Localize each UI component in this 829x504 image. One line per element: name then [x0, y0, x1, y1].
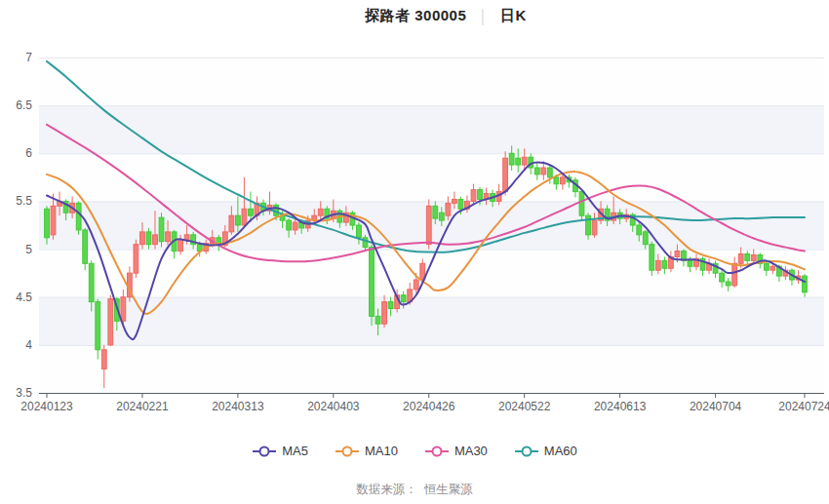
candle-body[interactable]	[471, 190, 476, 202]
ma-legend: MA5 MA10 MA30 MA60	[0, 444, 829, 458]
candle-body[interactable]	[140, 232, 145, 245]
candle-body[interactable]	[89, 263, 94, 301]
legend-label: MA5	[282, 444, 308, 458]
svg-text:20240704: 20240704	[690, 400, 742, 413]
candle-body[interactable]	[655, 260, 660, 270]
candle-body[interactable]	[153, 235, 158, 245]
candle-body[interactable]	[45, 209, 50, 237]
candle-body[interactable]	[287, 220, 292, 230]
x-axis: 2024012320240221202403132024040320240426…	[20, 394, 829, 414]
svg-text:20240522: 20240522	[498, 400, 551, 413]
candle-body[interactable]	[375, 316, 380, 324]
y-axis-labels: 3.544.555.566.57	[16, 51, 32, 400]
candle-body[interactable]	[650, 245, 654, 271]
candle-body[interactable]	[229, 215, 234, 232]
candle-body[interactable]	[745, 253, 750, 260]
candle-body[interactable]	[516, 158, 521, 165]
candle-body[interactable]	[738, 253, 743, 263]
svg-text:5.5: 5.5	[16, 194, 32, 208]
candle-body[interactable]	[184, 235, 189, 240]
candle-body[interactable]	[534, 168, 539, 174]
candle-body[interactable]	[414, 280, 418, 290]
ma5-line-marker-icon	[252, 445, 277, 458]
candle-body[interactable]	[643, 232, 648, 245]
candle-body[interactable]	[242, 209, 247, 225]
svg-text:20240426: 20240426	[403, 400, 455, 413]
candle-body[interactable]	[732, 263, 737, 286]
candle-body[interactable]	[401, 295, 406, 302]
candle-body[interactable]	[764, 263, 769, 270]
candle-body[interactable]	[318, 209, 323, 215]
candle-body[interactable]	[166, 232, 171, 242]
svg-text:6.5: 6.5	[16, 98, 32, 112]
ma30-line-marker-icon	[424, 445, 450, 458]
svg-text:5: 5	[25, 243, 32, 256]
candle-body[interactable]	[554, 177, 559, 184]
candle-body[interactable]	[357, 225, 362, 238]
candle-body[interactable]	[662, 260, 667, 268]
legend-item-ma30[interactable]: MA30	[424, 444, 488, 458]
candle-body[interactable]	[382, 302, 387, 325]
svg-text:4: 4	[25, 338, 32, 352]
candle-body[interactable]	[770, 266, 775, 270]
candle-body[interactable]	[688, 260, 692, 266]
candle-body[interactable]	[293, 222, 297, 230]
svg-text:7: 7	[25, 51, 32, 64]
candle-body[interactable]	[503, 158, 508, 191]
data-source-label: 数据来源：	[356, 483, 417, 496]
candle-body[interactable]	[249, 209, 254, 215]
candle-body[interactable]	[547, 168, 552, 177]
svg-text:3.5: 3.5	[16, 386, 32, 400]
svg-text:6: 6	[25, 146, 32, 160]
candle-body[interactable]	[51, 206, 56, 234]
candle-body[interactable]	[522, 157, 527, 165]
data-source-value: 恒生聚源	[424, 483, 473, 496]
svg-text:20240724: 20240724	[778, 400, 829, 413]
candle-body[interactable]	[637, 225, 642, 235]
legend-label: MA60	[544, 444, 577, 458]
data-source: 数据来源：恒生聚源	[0, 482, 829, 498]
candlestick-plot-area[interactable]: 3.544.555.566.57202401232024022120240313…	[0, 0, 829, 434]
candle-body[interactable]	[108, 299, 113, 345]
candle-body[interactable]	[509, 153, 514, 165]
candle-body[interactable]	[452, 199, 456, 203]
candle-body[interactable]	[478, 190, 483, 200]
candle-body[interactable]	[541, 168, 546, 174]
candle-body[interactable]	[446, 203, 451, 215]
candle-body[interactable]	[726, 282, 730, 286]
candle-body[interactable]	[579, 192, 584, 216]
candle-body[interactable]	[96, 302, 100, 350]
candle-body[interactable]	[388, 302, 393, 309]
candle-body[interactable]	[751, 254, 756, 260]
candle-body[interactable]	[720, 273, 725, 282]
svg-text:20240221: 20240221	[116, 400, 169, 413]
candle-body[interactable]	[560, 177, 565, 184]
candle-body[interactable]	[433, 206, 438, 218]
candle-body[interactable]	[235, 215, 240, 225]
candle-body[interactable]	[458, 199, 463, 209]
candle-body[interactable]	[370, 248, 375, 317]
candle-body[interactable]	[675, 252, 680, 257]
svg-text:20240403: 20240403	[307, 400, 360, 413]
svg-text:20240613: 20240613	[594, 400, 647, 413]
legend-item-ma60[interactable]: MA60	[514, 444, 577, 458]
candle-body[interactable]	[146, 232, 151, 245]
svg-text:20240313: 20240313	[212, 400, 264, 413]
candle-body[interactable]	[134, 245, 138, 273]
candle-body[interactable]	[101, 350, 106, 369]
candle-body[interactable]	[363, 238, 368, 248]
candle-body[interactable]	[803, 276, 808, 292]
candle-body[interactable]	[586, 215, 591, 235]
legend-item-ma5[interactable]: MA5	[252, 444, 308, 458]
candle-body[interactable]	[426, 206, 431, 244]
candle-body[interactable]	[592, 220, 597, 235]
candle-body[interactable]	[76, 203, 81, 230]
candle-body[interactable]	[121, 297, 126, 322]
candle-body[interactable]	[83, 230, 88, 263]
candle-body[interactable]	[159, 217, 164, 242]
candle-body[interactable]	[439, 213, 444, 220]
candle-body[interactable]	[178, 240, 183, 252]
svg-text:20240123: 20240123	[20, 400, 73, 413]
ma10-line-marker-icon	[335, 445, 360, 458]
legend-item-ma10[interactable]: MA10	[335, 444, 398, 458]
